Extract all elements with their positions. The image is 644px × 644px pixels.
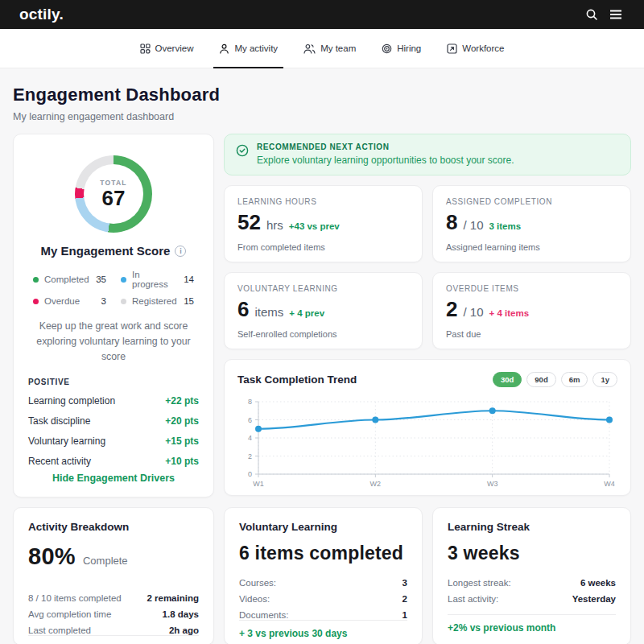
drivers-heading: POSITIVE bbox=[28, 378, 199, 386]
legend-dot-overdue bbox=[33, 299, 39, 304]
info-row: 8 / 10 items completed 2 remaining bbox=[28, 593, 199, 603]
info-row: Videos: 2 bbox=[239, 594, 407, 604]
info-row-label: Courses: bbox=[239, 578, 276, 588]
main-nav: Overview My activity My team Hiring Work… bbox=[0, 29, 644, 68]
legend-item-completed: Completed 35 bbox=[33, 270, 106, 289]
tab-hiring[interactable]: Hiring bbox=[379, 29, 423, 68]
info-row: Longest streak: 6 weeks bbox=[448, 578, 616, 588]
banner-title: RECOMMENDED NEXT ACTION bbox=[257, 142, 514, 151]
stat-card-assigned-completion: ASSIGNED COMPLETION 8 / 10 3 items Assig… bbox=[432, 185, 631, 262]
target-icon bbox=[382, 43, 392, 54]
stat-card-overdue-items: OVERDUE ITEMS 2 / 10 + 4 items Past due bbox=[432, 272, 631, 349]
stat-label: ASSIGNED COMPLETION bbox=[446, 197, 617, 206]
driver-label: Recent activity bbox=[28, 456, 91, 467]
score-heading: My Engagement Score bbox=[41, 244, 171, 258]
check-circle-icon bbox=[236, 144, 249, 167]
info-icon[interactable]: i bbox=[175, 246, 186, 257]
score-message: Keep up the great work and score explori… bbox=[28, 319, 199, 365]
card-title: Activity Breakdown bbox=[28, 521, 199, 533]
trend-title: Task Completion Trend bbox=[237, 374, 357, 386]
info-row-label: Last activity: bbox=[448, 594, 498, 604]
svg-text:W4: W4 bbox=[604, 480, 615, 488]
info-row-value: 6 weeks bbox=[580, 578, 616, 588]
driver-value: +10 pts bbox=[165, 456, 199, 467]
driver-label: Voluntary learning bbox=[28, 436, 105, 447]
stat-unit: / 10 bbox=[463, 218, 483, 232]
hide-drivers-link[interactable]: Hide Engagement Drivers bbox=[52, 473, 175, 484]
info-row-value: Yesterday bbox=[572, 594, 616, 604]
tab-label: My activity bbox=[234, 43, 278, 53]
range-pill-30d[interactable]: 30d bbox=[493, 372, 522, 387]
people-icon bbox=[303, 43, 316, 54]
stat-card-learning-hours: LEARNING HOURS 52 hrs +43 vs prev From c… bbox=[224, 185, 423, 262]
info-row-value: 1.8 days bbox=[163, 609, 199, 619]
range-pill-90d[interactable]: 90d bbox=[526, 372, 555, 387]
box-arrow-icon bbox=[447, 43, 457, 54]
engagement-donut-chart: TOTAL 67 bbox=[75, 155, 152, 233]
info-row: Last completed 2h ago bbox=[28, 625, 199, 635]
trend-chart: 02468W1W2W3W4 bbox=[237, 395, 617, 495]
tab-my-activity[interactable]: My activity bbox=[217, 29, 280, 68]
svg-text:W3: W3 bbox=[487, 480, 498, 488]
legend-label: In progress bbox=[132, 270, 178, 289]
svg-text:4: 4 bbox=[248, 434, 252, 442]
grid-icon bbox=[140, 43, 151, 54]
tab-overview[interactable]: Overview bbox=[138, 29, 196, 68]
info-row-value: 2 bbox=[402, 594, 407, 604]
stat-unit: items bbox=[254, 305, 283, 319]
driver-value: +15 pts bbox=[165, 436, 199, 447]
legend-dot-completed bbox=[33, 277, 39, 283]
search-icon[interactable] bbox=[580, 2, 604, 27]
stat-unit: hrs bbox=[266, 218, 283, 232]
voluntary-rows: Courses: 3 Videos: 2 Documents: 1 bbox=[239, 572, 407, 620]
info-row-label: 8 / 10 items completed bbox=[28, 593, 122, 603]
driver-row: Recent activity +10 pts bbox=[28, 456, 199, 467]
tab-label: Workforce bbox=[462, 43, 504, 53]
task-completion-trend-card: Task Completion Trend 30d 90d 6m 1y 0246… bbox=[224, 359, 631, 496]
svg-text:6: 6 bbox=[248, 416, 252, 424]
info-row-label: Avg completion time bbox=[28, 609, 111, 619]
person-icon bbox=[219, 43, 229, 54]
voluntary-headline: 6 items completed bbox=[239, 544, 407, 563]
stat-unit: / 10 bbox=[463, 305, 483, 319]
tab-workforce[interactable]: Workforce bbox=[444, 29, 506, 68]
svg-text:8: 8 bbox=[248, 398, 252, 406]
legend-label: Completed bbox=[44, 275, 90, 284]
stat-delta: + 4 prev bbox=[289, 308, 324, 318]
completion-percent-label: Complete bbox=[83, 555, 128, 567]
page-title: Engagement Dashboard bbox=[13, 85, 631, 105]
range-pill-6m[interactable]: 6m bbox=[561, 372, 588, 387]
driver-value: +20 pts bbox=[165, 415, 199, 427]
range-pill-1y[interactable]: 1y bbox=[592, 372, 617, 387]
info-row: Avg completion time 1.8 days bbox=[28, 609, 199, 619]
completion-percent: 80% bbox=[28, 545, 76, 568]
streak-rows: Longest streak: 6 weeks Last activity: Y… bbox=[448, 572, 616, 604]
tab-label: Overview bbox=[155, 43, 194, 53]
svg-text:W1: W1 bbox=[253, 480, 264, 488]
info-row-value: 3 bbox=[402, 578, 407, 588]
voluntary-learning-card: Voluntary Learning 6 items completed Cou… bbox=[224, 507, 423, 644]
menu-icon[interactable] bbox=[604, 2, 628, 27]
legend-item-overdue: Overdue 3 bbox=[33, 296, 106, 306]
stat-delta: 3 items bbox=[489, 221, 522, 231]
learning-streak-card: Learning Streak 3 weeks Longest streak: … bbox=[432, 507, 631, 644]
card-title: Learning Streak bbox=[448, 521, 616, 533]
legend-value: 15 bbox=[184, 296, 194, 306]
driver-row: Learning completion +22 pts bbox=[28, 395, 199, 407]
legend-label: Overdue bbox=[44, 296, 96, 306]
engagement-score-card: TOTAL 67 My Engagement Score i Completed… bbox=[13, 134, 214, 497]
stat-delta: + 4 items bbox=[489, 308, 530, 318]
info-row: Courses: 3 bbox=[239, 578, 407, 588]
legend-value: 3 bbox=[101, 296, 106, 306]
stat-card-voluntary-learning: VOLUNTARY LEARNING 6 items + 4 prev Self… bbox=[224, 272, 423, 349]
donut-legend: Completed 35 In progress 14 Overdue 3 Re… bbox=[28, 270, 199, 306]
stat-footer: Past due bbox=[446, 329, 617, 339]
driver-row: Voluntary learning +15 pts bbox=[28, 436, 199, 447]
tab-my-team[interactable]: My team bbox=[301, 29, 358, 68]
info-row-value: 2h ago bbox=[169, 625, 199, 635]
voluntary-footer-note: + 3 vs previous 30 days bbox=[239, 620, 407, 639]
legend-item-in-progress: In progress 14 bbox=[121, 270, 194, 289]
streak-headline: 3 weeks bbox=[448, 544, 616, 563]
legend-dot-in-progress bbox=[121, 277, 126, 283]
svg-text:W2: W2 bbox=[370, 480, 382, 488]
